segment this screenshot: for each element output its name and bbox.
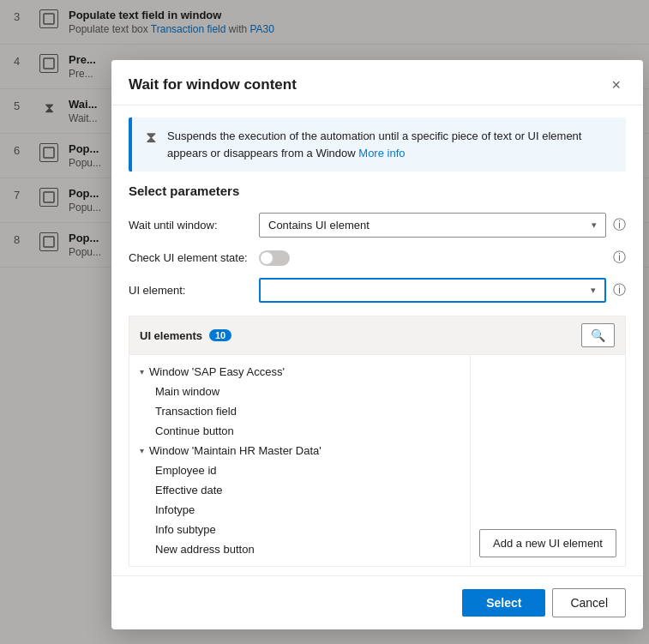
tree-item-new-address-button[interactable]: New address button: [129, 539, 470, 559]
info-banner-text: Suspends the execution of the automation…: [167, 128, 612, 161]
tree-item-infotype[interactable]: Infotype: [129, 500, 470, 520]
ui-element-dropdown[interactable]: ▾: [259, 278, 606, 303]
close-button[interactable]: ×: [606, 75, 626, 94]
check-state-row: Check UI element state: ⓘ: [111, 244, 643, 272]
tree-group-label: Window 'SAP Easy Access': [149, 365, 285, 378]
ui-element-label: UI element:: [129, 284, 249, 297]
wait-until-dropdown[interactable]: Contains UI element ▾: [259, 213, 606, 238]
dialog-title: Wait for window content: [129, 76, 297, 93]
wait-for-window-content-dialog: Wait for window content × ⧗ Suspends the…: [111, 60, 643, 629]
tree-item-continue-button[interactable]: Continue button: [129, 421, 470, 441]
ui-elements-body: ▾ Window 'SAP Easy Access' Main window T…: [129, 355, 625, 566]
check-state-label: Check UI element state:: [129, 251, 249, 264]
dialog-header: Wait for window content ×: [111, 60, 643, 105]
wait-until-row: Wait until window: Contains UI element ▾…: [111, 207, 643, 244]
ui-elements-title: UI elements: [140, 329, 202, 342]
check-state-control-wrap: ⓘ: [259, 250, 626, 266]
tree-group-label: Window 'Maintain HR Master Data': [149, 444, 321, 457]
tree-group-maintain-hr[interactable]: ▾ Window 'Maintain HR Master Data': [129, 441, 470, 460]
ui-elements-header: UI elements 10 🔍: [129, 316, 625, 355]
add-ui-element-button[interactable]: Add a new UI element: [479, 529, 616, 557]
hourglass-icon: ⧗: [146, 129, 157, 147]
dialog-footer: Select Cancel: [111, 575, 643, 629]
tree-item-info-subtype[interactable]: Info subtype: [129, 520, 470, 539]
info-icon[interactable]: ⓘ: [613, 217, 626, 233]
select-button[interactable]: Select: [462, 589, 545, 617]
info-icon[interactable]: ⓘ: [613, 282, 626, 298]
ui-element-row: UI element: ▾ ⓘ: [111, 272, 643, 309]
tree-item-effective-date[interactable]: Effective date: [129, 480, 470, 500]
info-banner: ⧗ Suspends the execution of the automati…: [129, 117, 626, 172]
section-title: Select parameters: [111, 184, 643, 207]
wait-until-label: Wait until window:: [129, 219, 249, 232]
chevron-down-icon: ▾: [592, 220, 597, 231]
chevron-icon: ▾: [140, 446, 144, 455]
tree-panel: ▾ Window 'SAP Easy Access' Main window T…: [129, 355, 471, 566]
ui-element-control-wrap: ▾ ⓘ: [259, 278, 626, 303]
info-icon[interactable]: ⓘ: [613, 250, 626, 266]
tree-item-transaction-field[interactable]: Transaction field: [129, 401, 470, 421]
more-info-link[interactable]: More info: [358, 147, 405, 159]
chevron-down-icon: ▾: [591, 285, 596, 296]
toggle-knob: [261, 252, 273, 264]
preview-panel: Add a new UI element: [471, 355, 625, 566]
check-state-toggle[interactable]: [259, 250, 290, 266]
tree-item-main-window[interactable]: Main window: [129, 382, 470, 401]
search-button[interactable]: 🔍: [581, 323, 615, 347]
wait-until-value: Contains UI element: [268, 219, 370, 232]
wait-until-control-wrap: Contains UI element ▾ ⓘ: [259, 213, 626, 238]
tree-item-employee-id[interactable]: Employee id: [129, 460, 470, 480]
tree-group-sap-easy-access[interactable]: ▾ Window 'SAP Easy Access': [129, 362, 470, 382]
chevron-icon: ▾: [140, 367, 144, 376]
ui-elements-title-wrap: UI elements 10: [140, 329, 231, 342]
search-icon: 🔍: [591, 328, 605, 342]
ui-elements-badge: 10: [209, 329, 231, 341]
ui-elements-panel: UI elements 10 🔍 ▾ Window 'SAP Easy Acce…: [129, 316, 626, 567]
cancel-button[interactable]: Cancel: [552, 588, 626, 617]
